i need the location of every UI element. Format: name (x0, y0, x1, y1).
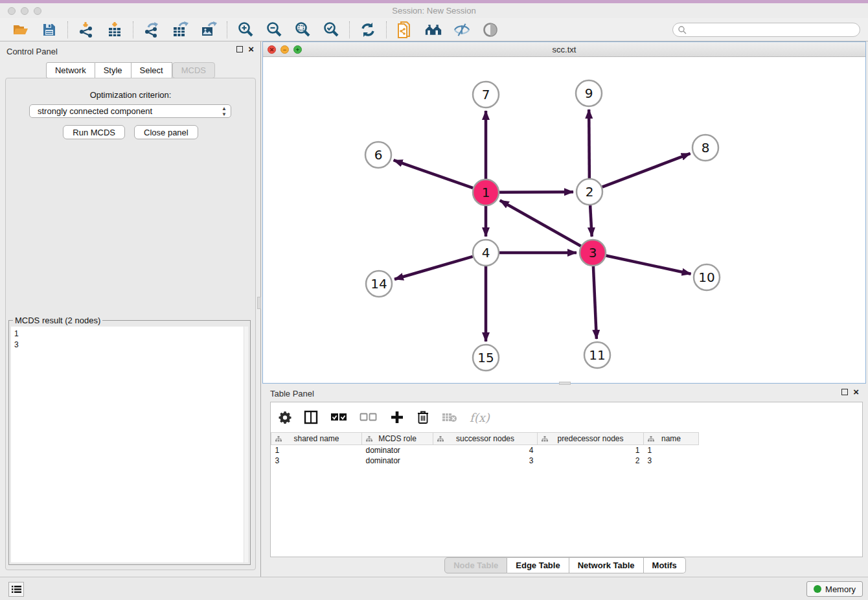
tab-node-table[interactable]: Node Table (444, 557, 507, 573)
column-header-successor-nodes[interactable]: successor nodes (433, 433, 538, 445)
node-label-8: 8 (702, 140, 710, 156)
memory-label: Memory (825, 584, 856, 594)
edge-1-2[interactable] (499, 192, 573, 192)
edge-2-9[interactable] (589, 110, 589, 178)
table-row[interactable]: 3dominator323 (271, 456, 699, 466)
edge-2-3[interactable] (590, 205, 592, 237)
gear-icon[interactable] (279, 410, 291, 425)
node-label-1: 1 (482, 185, 490, 200)
tab-network-table[interactable]: Network Table (569, 557, 644, 573)
edge-2-8[interactable] (602, 154, 691, 187)
export-image-icon[interactable] (200, 21, 217, 38)
memory-status-icon (814, 585, 821, 593)
network-graph[interactable]: 7968124314101511 (263, 57, 865, 383)
toolbar-separator (227, 21, 227, 38)
toolbar-separator (133, 21, 133, 38)
import-table-icon[interactable] (106, 21, 123, 38)
select-stepper-icon: ▲▼ (222, 106, 227, 117)
toolbar-separator (349, 21, 350, 38)
node-table[interactable]: shared nameMCDS rolesuccessor nodesprede… (271, 432, 699, 466)
edge-3-10[interactable] (606, 255, 691, 273)
control-panel: Control Panel × NetworkStyleSelectMCDS O… (0, 41, 261, 577)
network-canvas[interactable]: 7968124314101511 (263, 57, 865, 383)
criterion-select[interactable]: strongly connected component ▲▼ (29, 104, 231, 118)
node-table-container: f(x) shared nameMCDS rolesuccessor nodes… (270, 402, 863, 557)
open-session-icon[interactable] (12, 21, 29, 38)
zoom-in-icon[interactable] (237, 21, 254, 38)
export-network-icon[interactable] (143, 21, 160, 38)
table-row[interactable]: 1dominator411 (271, 445, 699, 456)
table-toolbar: f(x) (271, 402, 862, 432)
select-all-icon[interactable] (330, 410, 347, 425)
column-header-predecessor-nodes[interactable]: predecessor nodes (538, 433, 644, 445)
zoom-out-icon[interactable] (266, 21, 282, 38)
new-network-from-selection-icon[interactable] (396, 21, 413, 38)
run-mcds-button[interactable]: Run MCDS (63, 125, 125, 139)
list-icon (12, 585, 21, 594)
delete-icon[interactable] (417, 410, 429, 425)
edge-3-1[interactable] (500, 200, 581, 246)
show-all-icon[interactable] (482, 21, 499, 38)
node-label-3: 3 (589, 245, 597, 260)
zoom-fit-icon[interactable] (294, 21, 311, 38)
node-label-11: 11 (589, 347, 605, 363)
function-icon[interactable]: f(x) (470, 410, 490, 425)
float-panel-icon[interactable] (236, 46, 243, 52)
tab-motifs[interactable]: Motifs (644, 557, 686, 573)
columns-icon[interactable] (304, 410, 318, 425)
mcds-result-title: MCDS result (2 nodes) (13, 316, 102, 325)
node-label-6: 6 (374, 147, 383, 163)
first-neighbors-icon[interactable] (425, 21, 442, 38)
network-window-titlebar[interactable]: ✕ − + scc.txt (263, 42, 865, 57)
mcds-result-group: MCDS result (2 nodes) 1 3 (8, 320, 251, 565)
refresh-icon[interactable] (360, 21, 376, 38)
toolbar-separator (67, 21, 68, 38)
close-table-panel-icon[interactable]: × (853, 389, 859, 395)
tab-mcds[interactable]: MCDS (172, 62, 215, 78)
save-session-icon[interactable] (41, 21, 58, 38)
export-table-icon[interactable] (172, 21, 188, 38)
column-header-shared-name[interactable]: shared name (271, 433, 362, 445)
edge-3-11[interactable] (593, 266, 597, 339)
close-panel-icon[interactable]: × (248, 46, 254, 52)
search-box[interactable] (672, 23, 860, 37)
zoom-selected-icon[interactable] (323, 21, 339, 38)
tab-edge-table[interactable]: Edge Table (507, 557, 569, 573)
control-panel-title: Control Panel (6, 47, 58, 56)
column-header-MCDS-role[interactable]: MCDS role (362, 433, 433, 445)
search-input[interactable] (687, 25, 860, 34)
search-icon (678, 25, 687, 34)
task-history-button[interactable] (8, 582, 24, 597)
tab-network[interactable]: Network (46, 62, 95, 78)
tab-select[interactable]: Select (131, 62, 172, 78)
table-panel: Table Panel × (262, 386, 868, 577)
splitter-handle[interactable] (257, 297, 261, 309)
float-table-panel-icon[interactable] (841, 389, 848, 395)
criterion-value: strongly connected component (38, 106, 152, 116)
network-view-window: ✕ − + scc.txt 7968124314101511 (262, 41, 866, 384)
status-bar: Memory (0, 577, 868, 600)
edge-4-14[interactable] (394, 257, 473, 279)
table-panel-title: Table Panel (270, 389, 314, 398)
result-scrollbar[interactable] (244, 327, 248, 562)
network-resize-handle[interactable] (559, 382, 571, 385)
delete-table-icon[interactable] (442, 410, 457, 425)
node-label-4: 4 (482, 245, 490, 260)
mcds-result-list[interactable]: 1 3 (11, 327, 244, 562)
memory-button[interactable]: Memory (806, 581, 863, 597)
optimization-criterion-label: Optimization criterion: (6, 90, 255, 100)
toolbar-separator (386, 21, 387, 38)
tab-style[interactable]: Style (95, 62, 131, 78)
edge-1-6[interactable] (394, 160, 474, 188)
column-header-name[interactable]: name (644, 433, 699, 445)
mcds-panel: Optimization criterion: strongly connect… (5, 78, 256, 570)
import-network-icon[interactable] (78, 21, 95, 38)
node-label-14: 14 (371, 276, 387, 292)
network-window-title: scc.txt (263, 45, 865, 54)
titlebar: Session: New Session (0, 3, 868, 18)
deselect-all-icon[interactable] (360, 410, 378, 425)
add-icon[interactable] (390, 410, 404, 425)
node-label-15: 15 (477, 350, 494, 365)
hide-selection-icon[interactable] (453, 21, 470, 38)
close-panel-button[interactable]: Close panel (134, 125, 198, 139)
